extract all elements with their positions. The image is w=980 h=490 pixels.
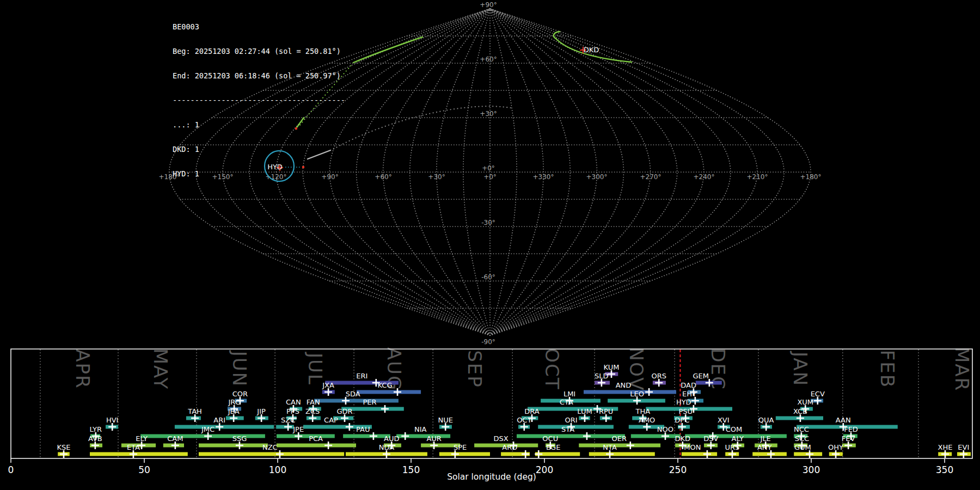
peak-marker (370, 432, 377, 440)
shower-ahy: AHY (752, 443, 787, 458)
shower-kse: KSE (57, 443, 71, 458)
peak-marker (341, 414, 348, 422)
latitude-label: +60° (480, 56, 497, 63)
shower-code-label: GEM (693, 372, 709, 380)
activity-bar (517, 434, 625, 438)
shower-code-label: FEV (842, 434, 855, 443)
peak-marker (598, 379, 605, 387)
shower-code-label: KUM (604, 363, 620, 371)
x-tick-label: 200 (536, 464, 553, 475)
shower-ohy: OHY (828, 443, 843, 458)
peak-marker (608, 370, 615, 378)
shower-jip: JIP (255, 407, 268, 422)
end-time-line: End: 20251203 06:18:46 (sol = 250.97°) (173, 72, 345, 80)
shower-code-label: JRC (228, 398, 240, 406)
peak-marker (451, 450, 459, 458)
shower-code-label: DPC (675, 416, 689, 424)
shower-code-label: COM (726, 425, 743, 433)
shower-hvi: HVI (106, 416, 118, 431)
shower-code-label: AVB (88, 434, 102, 443)
shower-gum: GUM (794, 443, 822, 458)
shower-code-label: NOO (657, 425, 673, 433)
shower-code-label: PPS (286, 407, 299, 415)
activity-bar (538, 425, 614, 429)
month-label-oct: OCT (541, 348, 563, 390)
shower-ors: ORS (651, 372, 666, 387)
peak-marker (806, 450, 813, 458)
peak-marker (678, 423, 686, 431)
shower-code-label: DKD (675, 434, 691, 443)
peak-marker (295, 432, 302, 440)
shower-code-label: JMC (201, 425, 215, 433)
shower-code-label: XUM (797, 398, 813, 406)
x-tick-label: 250 (669, 464, 687, 475)
shower-code-label: PAU (356, 425, 370, 433)
shower-code-label: LYR (90, 425, 102, 433)
peak-marker (535, 450, 542, 458)
meteor-trail-west-arc-solid (353, 37, 422, 63)
month-label-apr: APR (72, 349, 94, 389)
peak-marker (60, 450, 68, 458)
shower-code-label: ALY (732, 434, 744, 443)
peak-marker (383, 450, 390, 458)
peak-marker (276, 450, 284, 458)
shower-code-label: ZCS (305, 407, 320, 415)
shower-code-label: HVI (106, 416, 119, 424)
longitude-label: +30° (428, 173, 445, 181)
shower-code-label: ARD (502, 443, 517, 451)
shower-code-label: DAD (681, 381, 696, 389)
screenshot-root: +90°+60°+30°+0°-30°-60°-90°+180°+150°+12… (0, 0, 980, 490)
x-tick-label: 100 (269, 464, 286, 475)
shower-code-label: ERI (356, 372, 367, 380)
shower-code-label: NCC (794, 425, 809, 433)
shower-code-label: THA (635, 407, 651, 415)
shower-code-label: LMI (564, 390, 575, 398)
x-tick-label: 50 (138, 464, 150, 475)
shower-code-label: QUA (758, 416, 774, 424)
shower-code-label: EGE (546, 443, 561, 451)
peak-marker (130, 450, 137, 458)
activity-bar (343, 434, 390, 438)
peak-marker (401, 432, 409, 440)
shower-code-label: CAN (286, 398, 301, 406)
station-code: BE0003 (173, 23, 345, 31)
activity-chart: APRMAYJUNJULAUGSEPOCTNOVDECJANFEBMARKUME… (8, 347, 973, 482)
peak-marker (442, 423, 449, 431)
shower-code-label: SZC (281, 416, 295, 424)
shower-code-label: SDA (346, 390, 360, 398)
longitude-label: +330° (533, 173, 554, 181)
month-label-jun: JUN (229, 350, 250, 387)
meteor-trails (295, 32, 632, 159)
peak-marker (655, 379, 663, 387)
shower-code-label: SLD (595, 372, 609, 380)
peak-marker (814, 397, 822, 405)
shower-code-label: LEO (630, 390, 644, 398)
activity-bar (277, 434, 335, 438)
peak-marker (797, 414, 804, 422)
x-tick-label: 150 (402, 464, 420, 475)
shower-code-label: PER (363, 398, 377, 406)
latitude-label: -90° (481, 338, 495, 346)
peak-marker (583, 432, 591, 440)
shower-code-label: SSG (232, 434, 247, 443)
latitude-label: +0° (482, 164, 495, 172)
peak-marker (522, 450, 529, 458)
shower-xhe: XHE (938, 443, 953, 458)
shower-sld: SLD (595, 372, 610, 387)
latitude-label: +90° (480, 1, 497, 9)
shower-code-label: DRA (524, 407, 540, 415)
shower-code-label: JLE (760, 434, 771, 443)
peak-marker (309, 414, 316, 422)
peak-marker (258, 414, 265, 422)
latitude-label: -30° (481, 219, 495, 226)
x-tick-label: 350 (936, 464, 953, 475)
shower-code-label: JXA (322, 381, 334, 389)
longitude-label: +240° (694, 173, 715, 181)
peak-marker (707, 442, 715, 449)
shower-code-label: SPE (454, 443, 467, 451)
info-panel: BE0003 Beg: 20251203 02:27:44 (sol = 250… (173, 7, 345, 194)
shower-code-label: ARI (213, 416, 225, 424)
shower-code-label: OER (611, 434, 626, 443)
shower-code-label: NZC (262, 443, 278, 451)
activity-bar (589, 452, 655, 456)
